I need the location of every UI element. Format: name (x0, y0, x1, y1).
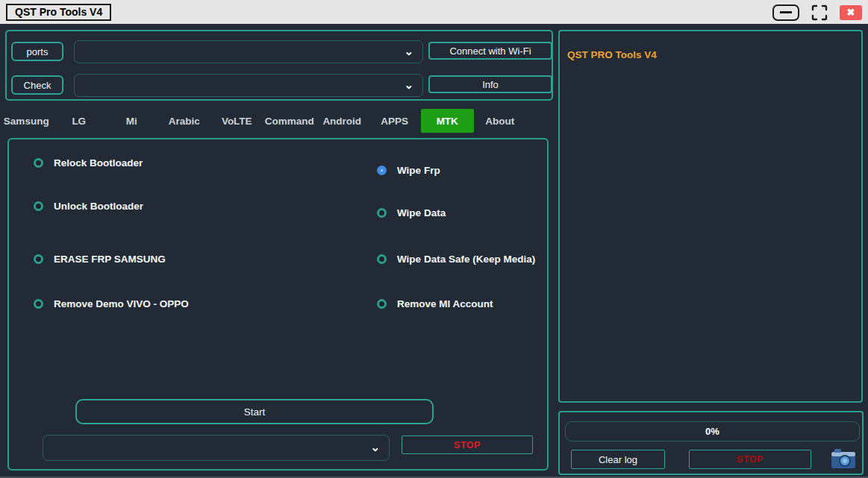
radio-icon[interactable] (377, 299, 387, 309)
chevron-down-icon: ⌄ (404, 45, 413, 57)
option-wipe-data-safe[interactable]: Wipe Data Safe (Keep Media) (377, 251, 535, 266)
maximize-icon (811, 4, 828, 21)
chevron-down-icon: ⌄ (370, 441, 380, 453)
tab-android[interactable]: Android (316, 109, 369, 133)
tab-bar: Samsung LG Mi Arabic VoLTE Command Andro… (0, 109, 526, 133)
tab-volte[interactable]: VoLTE (210, 109, 263, 133)
option-wipe-data[interactable]: Wipe Data (377, 205, 446, 220)
option-label: Unlock Bootloader (54, 201, 143, 212)
tab-command[interactable]: Command (263, 109, 316, 133)
log-header-text: QST PRO Tools V4 (567, 49, 657, 60)
radio-icon-selected[interactable] (377, 166, 387, 175)
app-window: QST Pro Tools V4 ✖ ports ⌄ Connect with … (0, 0, 868, 478)
radio-icon[interactable] (34, 299, 43, 309)
ports-button[interactable]: ports (11, 42, 63, 61)
option-label: Remove MI Account (397, 298, 493, 309)
radio-icon[interactable] (377, 208, 387, 218)
option-label: Remove Demo VIVO - OPPO (54, 298, 189, 309)
tab-mi[interactable]: Mi (105, 109, 158, 133)
option-relock-bootloader[interactable]: Relock Bootloader (34, 155, 143, 170)
window-controls: ✖ (772, 0, 862, 25)
window-title: QST Pro Tools V4 (6, 4, 111, 21)
option-remove-demo-vivo-oppo[interactable]: Remove Demo VIVO - OPPO (34, 296, 189, 311)
screenshot-button[interactable] (830, 446, 857, 471)
option-label: Relock Bootloader (54, 157, 143, 169)
stop-log-button[interactable]: STOP (689, 450, 811, 469)
start-button[interactable]: Start (75, 399, 434, 424)
close-icon: ✖ (847, 7, 855, 18)
camera-icon (830, 446, 857, 471)
option-wipe-frp[interactable]: Wipe Frp (377, 163, 440, 177)
connect-wifi-button[interactable]: Connect with Wi-Fi (428, 42, 552, 60)
progress-panel: 0% Clear log STOP (558, 411, 864, 475)
progress-value: 0% (705, 426, 719, 437)
option-label: ERASE FRP SAMSUNG (54, 254, 166, 265)
connection-panel: ports ⌄ Connect with Wi-Fi Check ⌄ Info (5, 30, 553, 101)
option-unlock-bootloader[interactable]: Unlock Bootloader (34, 198, 143, 213)
second-select[interactable]: ⌄ (74, 74, 423, 97)
maximize-button[interactable] (811, 4, 828, 21)
radio-icon[interactable] (34, 158, 43, 168)
option-label: Wipe Frp (397, 165, 440, 176)
mtk-select[interactable]: ⌄ (43, 435, 390, 461)
port-select[interactable]: ⌄ (74, 40, 423, 63)
option-label: Wipe Data (397, 207, 446, 218)
radio-icon[interactable] (377, 254, 387, 264)
title-bar: QST Pro Tools V4 ✖ (0, 0, 868, 25)
radio-icon[interactable] (34, 254, 43, 264)
tab-lg[interactable]: LG (53, 109, 106, 133)
tab-about[interactable]: About (474, 109, 527, 133)
chevron-down-icon: ⌄ (404, 79, 413, 90)
check-button[interactable]: Check (11, 75, 63, 95)
minimize-icon (780, 11, 792, 13)
close-button[interactable]: ✖ (840, 5, 862, 20)
tab-mtk[interactable]: MTK (421, 109, 474, 133)
info-button[interactable]: Info (428, 75, 552, 93)
progress-bar: 0% (565, 421, 860, 441)
tab-samsung[interactable]: Samsung (0, 109, 53, 133)
tab-apps[interactable]: APPS (369, 109, 422, 133)
option-erase-frp-samsung[interactable]: ERASE FRP SAMSUNG (34, 251, 166, 266)
minimize-button[interactable] (772, 4, 799, 21)
option-label: Wipe Data Safe (Keep Media) (397, 254, 535, 265)
mtk-panel: Relock Bootloader Unlock Bootloader ERAS… (7, 138, 549, 471)
clear-log-button[interactable]: Clear log (571, 450, 665, 469)
option-remove-mi-account[interactable]: Remove MI Account (377, 296, 493, 311)
radio-icon[interactable] (34, 201, 43, 211)
log-panel[interactable]: QST PRO Tools V4 (558, 30, 863, 403)
tab-arabic[interactable]: Arabic (158, 109, 211, 133)
stop-button[interactable]: STOP (402, 435, 533, 454)
